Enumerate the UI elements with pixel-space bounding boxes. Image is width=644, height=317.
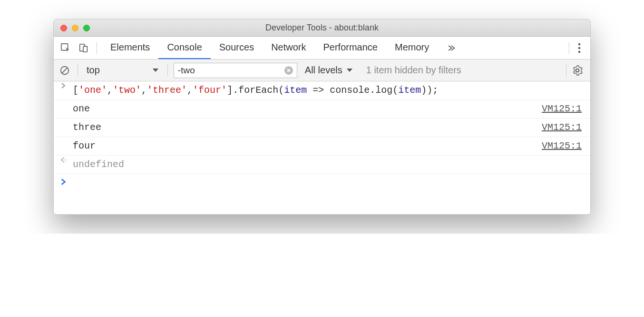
tabs: Elements Console Sources Network Perform… [102, 37, 438, 59]
svg-point-4 [578, 47, 581, 49]
device-toolbar-icon[interactable] [76, 40, 92, 56]
tab-performance[interactable]: Performance [315, 37, 387, 59]
console-return-row: undefined [54, 156, 590, 174]
log-level-selector[interactable]: All levels [305, 65, 353, 76]
source-link[interactable]: VM125:1 [542, 138, 584, 154]
console-output-area[interactable]: ['one','two','three','four'].forEach(ite… [54, 81, 590, 214]
log-text[interactable]: three [73, 119, 542, 136]
window-title: Developer Tools - about:blank [54, 23, 590, 33]
inspect-element-icon[interactable] [58, 40, 74, 56]
filter-value: -two [178, 65, 284, 76]
tab-network[interactable]: Network [263, 37, 314, 59]
divider [97, 42, 97, 54]
divider [569, 42, 569, 54]
svg-rect-2 [83, 46, 87, 52]
divider [566, 64, 566, 77]
log-text[interactable]: four [73, 138, 542, 154]
console-log-row: four VM125:1 [54, 137, 590, 156]
divider [78, 64, 78, 77]
command-text[interactable]: ['one','two','three','four'].forEach(ite… [73, 82, 584, 99]
context-selector[interactable]: top [84, 65, 162, 76]
devtools-window: Developer Tools - about:blank Elements C… [53, 19, 591, 215]
input-chevron-icon [60, 82, 73, 89]
source-link[interactable]: VM125:1 [542, 101, 584, 117]
tab-elements[interactable]: Elements [102, 37, 158, 59]
tab-memory[interactable]: Memory [386, 37, 438, 59]
svg-point-8 [65, 159, 67, 161]
levels-label: All levels [305, 65, 342, 76]
divider [167, 64, 168, 77]
svg-point-7 [576, 69, 579, 72]
kebab-menu-icon[interactable] [560, 42, 586, 54]
source-link[interactable]: VM125:1 [542, 119, 584, 136]
context-value: top [87, 65, 100, 76]
prompt-chevron-icon [60, 178, 73, 186]
svg-point-3 [578, 43, 581, 45]
settings-gear-icon[interactable] [572, 63, 586, 78]
console-command-row: ['one','two','three','four'].forEach(ite… [54, 81, 590, 100]
dropdown-triangle-icon [152, 68, 159, 73]
log-text[interactable]: one [73, 101, 542, 117]
clear-console-icon[interactable] [58, 63, 72, 78]
filter-input[interactable]: -two [174, 63, 297, 78]
tab-sources[interactable]: Sources [211, 37, 263, 59]
clear-filter-icon[interactable] [284, 66, 293, 75]
titlebar: Developer Tools - about:blank [54, 20, 590, 37]
output-chevron-icon [60, 157, 73, 163]
console-log-row: three VM125:1 [54, 119, 590, 137]
more-tabs-chevron-icon[interactable] [446, 43, 456, 53]
console-toolbar: top -two All levels 1 item hidden by fil… [54, 59, 590, 81]
tab-console[interactable]: Console [158, 37, 210, 59]
svg-point-5 [578, 50, 581, 53]
tabbar: Elements Console Sources Network Perform… [54, 37, 590, 59]
return-value[interactable]: undefined [73, 157, 584, 173]
console-log-row: one VM125:1 [54, 100, 590, 119]
console-input-prompt[interactable] [54, 174, 590, 214]
hidden-by-filters-text: 1 item hidden by filters [366, 65, 560, 76]
